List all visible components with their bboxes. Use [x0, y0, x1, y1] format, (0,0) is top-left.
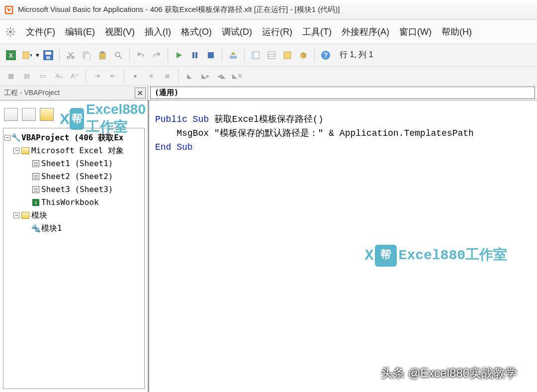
- svg-point-1: [9, 30, 12, 33]
- svg-rect-31: [230, 56, 237, 59]
- design-mode-icon[interactable]: [226, 48, 240, 62]
- tree-sheet1[interactable]: Sheet1 (Sheet1): [4, 157, 143, 170]
- edit-toolbar: ▦ ▤ ▭ Aₐ A⁺ ⇥ ⇤ ● ≡ ≣ ◣ ◣▸ ◂◣ ◣✕: [0, 67, 537, 86]
- view-code-button[interactable]: [4, 108, 18, 121]
- help-icon[interactable]: ?: [319, 48, 333, 62]
- bookmark-icon: ◣: [182, 69, 196, 83]
- menu-tools[interactable]: 工具(T): [302, 26, 332, 38]
- svg-line-8: [7, 33, 9, 35]
- clear-bookmark-icon: ◣✕: [230, 69, 244, 83]
- svg-line-6: [7, 28, 9, 30]
- menu-help[interactable]: 帮助(H): [442, 26, 472, 38]
- svg-rect-22: [85, 54, 90, 60]
- svg-line-19: [69, 52, 73, 57]
- menu-edit[interactable]: 编辑(E): [65, 26, 95, 38]
- tree-module1[interactable]: 🔩模块1: [4, 222, 143, 235]
- svg-rect-34: [252, 52, 255, 59]
- project-explorer-icon[interactable]: [249, 48, 263, 62]
- toggle-folders-button[interactable]: [40, 108, 54, 121]
- comment-icon: ≡: [144, 69, 158, 83]
- uncomment-icon: ≣: [160, 69, 174, 83]
- tree-excel-objects[interactable]: −Microsoft Excel 对象: [4, 144, 143, 157]
- cut-icon[interactable]: [64, 48, 78, 62]
- toolbox-icon[interactable]: [296, 48, 310, 62]
- list-constants-icon: ▤: [20, 69, 34, 83]
- svg-rect-38: [284, 52, 291, 59]
- svg-marker-13: [30, 54, 32, 57]
- svg-rect-16: [46, 56, 50, 59]
- watermark-x-icon: X: [60, 110, 70, 127]
- redo-icon[interactable]: [150, 48, 164, 62]
- svg-line-7: [12, 33, 14, 35]
- prev-bookmark-icon: ◂◣: [214, 69, 228, 83]
- vba-app-icon: [4, 5, 14, 15]
- menu-file[interactable]: 文件(F): [26, 26, 55, 38]
- svg-rect-24: [101, 51, 104, 53]
- menu-insert[interactable]: 插入(I): [145, 26, 171, 38]
- svg-line-9: [12, 28, 14, 30]
- tree-modules[interactable]: −模块: [4, 209, 143, 222]
- svg-rect-30: [208, 52, 214, 58]
- svg-rect-29: [195, 52, 197, 58]
- svg-point-25: [115, 52, 120, 57]
- menu-addins[interactable]: 外接程序(A): [342, 26, 389, 38]
- tree-thisworkbook[interactable]: XThisWorkbook: [4, 196, 143, 209]
- gear-icon[interactable]: [5, 26, 16, 37]
- stop-icon[interactable]: [204, 48, 218, 62]
- complete-word-icon: A⁺: [68, 69, 82, 83]
- excel-icon[interactable]: X: [4, 48, 18, 62]
- breakpoint-icon: ●: [128, 69, 142, 83]
- outdent-icon: ⇤: [106, 69, 120, 83]
- svg-rect-23: [99, 52, 105, 59]
- tree-sheet2[interactable]: Sheet2 (Sheet2): [4, 170, 143, 183]
- footer-credit: 头条 @Excel880实战教学: [381, 365, 517, 381]
- code-pane: (通用) Public Sub 获取Excel模板保存路径() MsgBox "…: [148, 86, 537, 392]
- paste-icon[interactable]: [95, 48, 109, 62]
- run-icon[interactable]: [172, 48, 186, 62]
- svg-text:X: X: [9, 52, 13, 59]
- watermark-text: Excel880工作室: [399, 249, 507, 263]
- view-object-button[interactable]: [22, 108, 36, 121]
- code-editor[interactable]: Public Sub 获取Excel模板保存路径() MsgBox "模板保存的…: [148, 100, 537, 392]
- menu-view[interactable]: 视图(V): [105, 26, 135, 38]
- menu-run[interactable]: 运行(R): [262, 26, 292, 38]
- pause-icon[interactable]: [188, 48, 202, 62]
- svg-text:X: X: [34, 200, 37, 205]
- close-icon[interactable]: ✕: [135, 88, 146, 98]
- properties-icon[interactable]: [265, 48, 278, 62]
- menu-debug[interactable]: 调试(D): [222, 26, 252, 38]
- window-title: Microsoft Visual Basic for Applications …: [18, 5, 340, 14]
- parameter-info-icon: Aₐ: [52, 69, 66, 83]
- svg-marker-27: [177, 52, 182, 58]
- svg-rect-28: [192, 52, 194, 58]
- svg-rect-12: [23, 52, 29, 59]
- watermark-badge: 帮: [70, 108, 84, 130]
- project-explorer-pane: 工程 - VBAProject ✕ X 帮 Excel880工作室 −🔧VBAP…: [0, 86, 148, 392]
- svg-text:?: ?: [324, 51, 328, 59]
- main-toolbar: X ▾ ? 行 1, 列 1: [0, 44, 537, 67]
- watermark-badge: 帮: [375, 245, 397, 267]
- menu-bar: 文件(F) 编辑(E) 视图(V) 插入(I) 格式(O) 调试(D) 运行(R…: [0, 20, 537, 44]
- svg-marker-32: [231, 52, 236, 55]
- indent-icon: ⇥: [90, 69, 104, 83]
- object-browser-icon[interactable]: [280, 48, 294, 62]
- insert-dropdown-icon[interactable]: [20, 48, 34, 62]
- menu-window[interactable]: 窗口(W): [399, 26, 432, 38]
- cursor-position: 行 1, 列 1: [340, 50, 373, 60]
- svg-rect-35: [268, 52, 275, 59]
- quick-info-icon: ▭: [36, 69, 50, 83]
- find-icon[interactable]: [111, 48, 125, 62]
- watermark-x-icon: X: [365, 249, 374, 263]
- svg-rect-15: [45, 52, 51, 55]
- next-bookmark-icon: ◣▸: [198, 69, 212, 83]
- project-tree[interactable]: −🔧VBAProject (406 获取Ex −Microsoft Excel …: [3, 128, 145, 389]
- svg-line-20: [69, 52, 73, 57]
- menu-format[interactable]: 格式(O): [181, 26, 212, 38]
- save-icon[interactable]: [41, 48, 55, 62]
- copy-icon[interactable]: [80, 48, 93, 62]
- watermark-text: Excel880工作室: [86, 101, 153, 136]
- object-dropdown[interactable]: (通用): [150, 87, 535, 99]
- tree-sheet3[interactable]: Sheet3 (Sheet3): [4, 183, 143, 196]
- undo-icon[interactable]: [134, 48, 148, 62]
- list-properties-icon: ▦: [4, 69, 18, 83]
